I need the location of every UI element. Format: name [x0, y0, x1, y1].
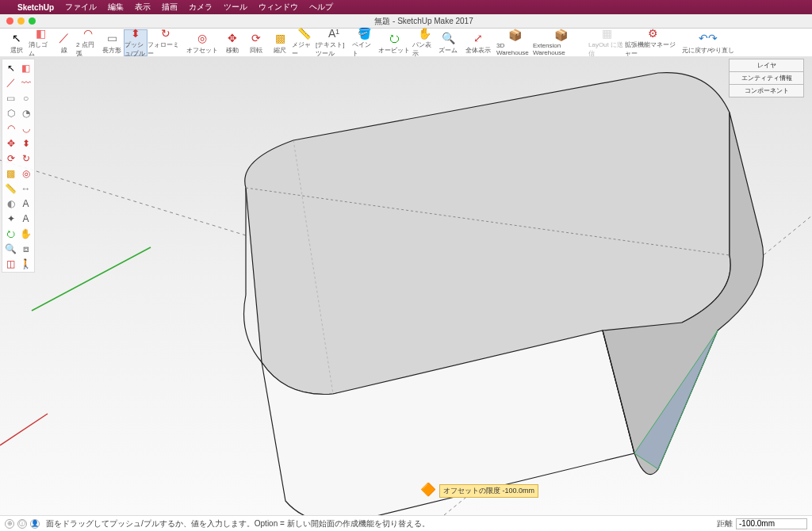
tool-label: 全体表示	[465, 46, 491, 55]
tool-label: ペイント	[352, 40, 376, 58]
tool-label: フォローミー	[147, 40, 184, 58]
pal-select[interactable]: ↖	[3, 60, 18, 75]
menu-help[interactable]: ヘルプ	[309, 2, 333, 13]
tool-label: オフセット	[186, 46, 218, 55]
pal-3dtext[interactable]: A	[18, 211, 33, 226]
app-name[interactable]: SketchUp	[17, 3, 54, 12]
credits-indicator-icon: ⓘ	[17, 519, 27, 529]
3d-viewport[interactable]	[0, 57, 812, 515]
tool-zoomext[interactable]: ⤢全体表示	[460, 29, 496, 56]
tape-icon: 📏	[297, 27, 311, 40]
pal-tape[interactable]: 📏	[3, 181, 18, 196]
tool-label: 消しゴム	[29, 40, 52, 58]
pal-eraser[interactable]: ◧	[18, 60, 33, 75]
tool-arc[interactable]: ◠2 点円弧	[76, 29, 100, 56]
pal-protractor[interactable]: ◐	[3, 196, 18, 211]
tool-rect[interactable]: ▭長方形	[100, 29, 124, 56]
tool-pan[interactable]: ✋パン表示	[412, 29, 436, 56]
pal-pushpull[interactable]: ⬍	[18, 136, 33, 151]
tool-label: オービット	[378, 46, 410, 55]
pal-offset[interactable]: ◎	[18, 166, 33, 181]
window-titlebar: 無題 - SketchUp Make 2017	[0, 14, 812, 29]
text-icon: A¹	[327, 27, 341, 40]
tool-offset[interactable]: ◎オフセット	[184, 29, 220, 56]
minimize-icon[interactable]	[17, 17, 25, 25]
scale-icon: ▩	[273, 31, 287, 45]
pal-dim[interactable]: ↔	[18, 181, 33, 196]
tool-move[interactable]: ✥移動	[220, 29, 244, 56]
tool-label: 縮尺	[274, 46, 286, 55]
tool-select[interactable]: ↖選択	[5, 29, 29, 56]
offset-icon: ◎	[195, 31, 209, 45]
tool-tape[interactable]: 📏メジャー	[292, 29, 316, 56]
tool-scale[interactable]: ▩縮尺	[268, 29, 292, 56]
3dwh-icon: 📦	[508, 29, 522, 41]
pal-arc[interactable]: ◠	[3, 120, 18, 136]
tool-label: パン表示	[412, 40, 436, 58]
tool-label: 長方形	[102, 46, 121, 55]
eraser-icon: ◧	[33, 27, 48, 40]
paint-icon: 🪣	[357, 27, 371, 40]
menu-file[interactable]: ファイル	[65, 2, 97, 13]
pal-arc2[interactable]: ◡	[18, 120, 33, 136]
pal-circle[interactable]: ○	[18, 90, 33, 105]
menu-edit[interactable]: 編集	[108, 2, 124, 13]
pal-rect[interactable]: ▭	[3, 90, 18, 105]
pal-section[interactable]: ◫	[3, 256, 18, 271]
menu-window[interactable]: ウィンドウ	[259, 2, 298, 13]
pal-walk[interactable]: 🚶	[18, 256, 33, 271]
maximize-icon[interactable]	[29, 17, 36, 25]
svg-line-0	[0, 160, 246, 235]
pal-orbit[interactable]: ⭮	[3, 226, 18, 241]
panel-entity-info[interactable]: エンティティ情報	[729, 71, 804, 85]
tool-palette: ↖◧／〰▭○⬡◔◠◡✥⬍⟳↻▩◎📏↔◐A✦A⭮✋🔍⧈◫🚶	[2, 59, 35, 273]
pal-followme[interactable]: ↻	[18, 151, 33, 166]
tool-line[interactable]: ／線	[52, 29, 76, 56]
pal-pie[interactable]: ◔	[18, 105, 33, 120]
tool-3dwh[interactable]: 📦3D Warehouse	[496, 29, 533, 56]
tool-orbit[interactable]: ⭮オービット	[376, 29, 412, 56]
tool-rotate[interactable]: ⟳回転	[244, 29, 268, 56]
pal-zoomwin[interactable]: ⧈	[18, 241, 33, 256]
pal-poly[interactable]: ⬡	[3, 105, 18, 120]
arc-icon: ◠	[81, 27, 95, 40]
pal-pan[interactable]: ✋	[18, 226, 33, 241]
pan-icon: ✋	[417, 27, 431, 40]
pal-text[interactable]: A	[18, 196, 33, 211]
tool-extmgr[interactable]: ⚙拡張機能マネージャー	[625, 29, 680, 56]
tool-undo[interactable]: ↶↷元に戻す/やり直し	[680, 29, 736, 56]
tool-followme[interactable]: ↻フォローミー	[147, 29, 184, 56]
pal-move[interactable]: ✥	[3, 136, 18, 151]
pal-line[interactable]: ／	[3, 75, 18, 90]
tool-zoom[interactable]: 🔍ズーム	[436, 29, 460, 56]
pal-zoom[interactable]: 🔍	[3, 241, 18, 256]
pal-freehand[interactable]: 〰	[18, 75, 33, 90]
tool-extwh[interactable]: 📦Extension Warehouse	[533, 29, 588, 56]
window-title: 無題 - SketchUp Make 2017	[36, 16, 812, 27]
tool-label: Extension Warehouse	[533, 42, 588, 56]
panel-components[interactable]: コンポーネント	[729, 84, 804, 97]
tool-text[interactable]: A¹[テキスト] ツール	[316, 29, 352, 56]
pal-axes[interactable]: ✦	[3, 211, 18, 226]
panel-layers[interactable]: レイヤ	[729, 59, 804, 72]
person-indicator-icon: 👤	[30, 519, 40, 529]
layout-icon: ▦	[599, 27, 614, 40]
followme-icon: ↻	[159, 27, 173, 40]
menu-view[interactable]: 表示	[135, 2, 151, 13]
tool-paint[interactable]: 🪣ペイント	[352, 29, 376, 56]
tool-pushpull[interactable]: ⬍プッシュ/プル	[124, 29, 147, 56]
rotate-icon: ⟳	[249, 31, 263, 45]
tool-layout[interactable]: ▦LayOut に送信	[588, 29, 625, 56]
measure-input[interactable]	[736, 518, 807, 529]
zoomext-icon: ⤢	[471, 31, 485, 45]
pal-scale[interactable]: ▩	[3, 166, 18, 181]
tool-eraser[interactable]: ◧消しゴム	[29, 29, 52, 56]
zoom-icon: 🔍	[441, 31, 455, 45]
menu-draw[interactable]: 描画	[162, 2, 178, 13]
tool-label: 元に戻す/やり直し	[682, 46, 734, 55]
menu-camera[interactable]: カメラ	[189, 2, 213, 13]
undo-icon: ↶↷	[701, 31, 715, 45]
menu-tools[interactable]: ツール	[224, 2, 247, 13]
close-icon[interactable]	[6, 17, 13, 25]
pal-rotate[interactable]: ⟳	[3, 151, 18, 166]
